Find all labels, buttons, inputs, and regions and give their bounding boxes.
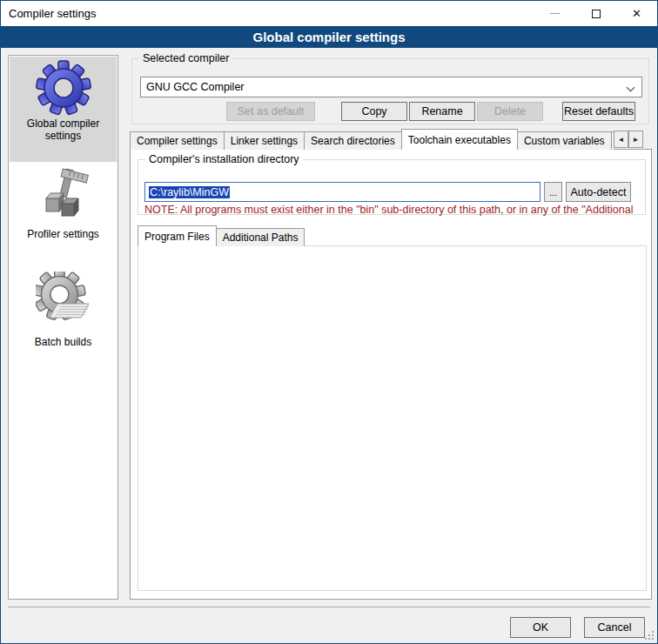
program-files-tabstrip: Program Files Additional Paths: [138, 225, 305, 245]
sidebar-item-global-compiler-settings[interactable]: Global compiler settings: [10, 57, 117, 162]
program-files-panel: [138, 245, 647, 591]
banner-title: Global compiler settings: [252, 30, 405, 44]
maximize-icon: [592, 10, 601, 18]
rename-button[interactable]: Rename: [409, 102, 475, 121]
tab-toolchain-executables[interactable]: Toolchain executables: [401, 129, 518, 150]
settings-tabstrip: Compiler settings Linker settings Search…: [130, 129, 614, 150]
sidebar-item-batch-builds[interactable]: Batch builds: [10, 270, 117, 362]
tab-scroll-right-button[interactable]: ►: [628, 131, 643, 148]
tab-scroll-left-icon: ◄: [618, 136, 625, 144]
close-button[interactable]: ✕: [616, 1, 657, 26]
close-icon: ✕: [632, 8, 641, 19]
copy-button[interactable]: Copy: [341, 102, 407, 121]
installation-directory-group-label: Compiler's installation directory: [145, 153, 303, 165]
ok-button[interactable]: OK: [510, 617, 571, 638]
tab-program-files[interactable]: Program Files: [138, 225, 217, 246]
tab-scroll-left-button[interactable]: ◄: [614, 131, 628, 148]
sidebar-label-profiler-settings: Profiler settings: [10, 228, 117, 240]
tab-compiler-settings[interactable]: Compiler settings: [130, 131, 225, 150]
chevron-down-icon: [627, 84, 635, 92]
tab-linker-settings[interactable]: Linker settings: [224, 131, 305, 150]
cancel-button[interactable]: Cancel: [584, 617, 645, 638]
auto-detect-button[interactable]: Auto-detect: [566, 182, 631, 202]
tab-scroll-right-icon: ►: [633, 136, 640, 144]
resize-grip-icon[interactable]: [644, 630, 655, 641]
compiler-select[interactable]: GNU GCC Compiler: [140, 77, 642, 97]
tab-search-directories[interactable]: Search directories: [304, 131, 402, 150]
sidebar-item-profiler-settings[interactable]: Profiler settings: [10, 165, 117, 252]
maximize-button[interactable]: [575, 1, 616, 26]
blue-gear-icon: [36, 60, 91, 116]
delete-button[interactable]: Delete: [477, 102, 543, 121]
minimize-button[interactable]: [534, 1, 575, 26]
sidebar-label-global-compiler-settings: Global compiler settings: [10, 117, 117, 142]
gray-gear-stack-icon: [36, 272, 91, 327]
installation-directory-group: Compiler's installation directory C:\ray…: [138, 159, 646, 215]
set-as-default-button[interactable]: Set as default: [226, 102, 315, 121]
window-title: Compiler settings: [9, 7, 96, 20]
titlebar: Compiler settings ✕: [1, 1, 657, 26]
installation-dir-input[interactable]: C:\raylib\MinGW: [144, 182, 540, 202]
compiler-select-value: GNU GCC Compiler: [146, 81, 245, 93]
sidebar-label-batch-builds: Batch builds: [10, 336, 117, 348]
bin-subdirectory-note: NOTE: All programs must exist either in …: [144, 204, 641, 216]
caliper-tool-icon: [36, 167, 91, 223]
selected-compiler-group-label: Selected compiler: [139, 52, 232, 64]
settings-sidebar: Global compiler settings: [8, 55, 118, 600]
selected-compiler-group: Selected compiler GNU GCC Compiler Set a…: [131, 58, 649, 124]
tab-custom-variables[interactable]: Custom variables: [517, 131, 612, 150]
installation-dir-browse-button[interactable]: ...: [544, 182, 562, 202]
toolchain-executables-page: Compiler's installation directory C:\ray…: [130, 149, 652, 600]
compiler-settings-dialog: Compiler settings ✕ Global compiler sett…: [0, 0, 658, 644]
minimize-icon: [550, 13, 560, 14]
installation-dir-selected-text: C:\raylib\MinGW: [149, 186, 230, 198]
tab-additional-paths[interactable]: Additional Paths: [216, 228, 306, 246]
dialog-banner: Global compiler settings: [1, 26, 657, 48]
footer-divider: [8, 607, 650, 607]
reset-defaults-button[interactable]: Reset defaults: [562, 102, 635, 121]
